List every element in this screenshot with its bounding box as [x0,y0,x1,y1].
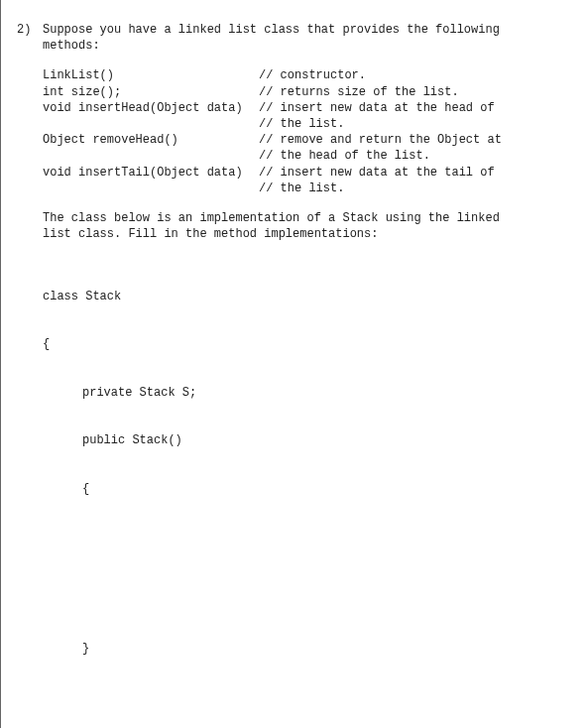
api-comment: // the head of the list. [259,148,558,164]
code-line: class Stack [43,289,558,304]
api-comment: // constructor. [259,67,558,83]
api-signature: int size(); [43,84,259,100]
code-line: private Stack S; [43,385,558,401]
api-signature: void insertHead(Object data) [43,100,259,116]
api-line: Object removeHead() // remove and return… [43,132,558,148]
prompt-line: methods: [43,38,558,54]
api-line: // the head of the list. [43,148,558,164]
api-signature [43,116,259,132]
question-body: Suppose you have a linked list class tha… [43,22,558,728]
api-comment: // the list. [259,181,558,196]
description: The class below is an implementation of … [43,210,558,242]
api-signature: LinkList() [43,67,259,83]
api-signature: void insertTail(Object data) [43,165,259,181]
api-line: // the list. [43,116,558,132]
question-number: 2) [17,22,43,38]
code-line: { [43,481,558,497]
page: 2) Suppose you have a linked list class … [0,0,588,728]
constructor-fill-area [43,529,558,608]
api-line: LinkList() // constructor. [43,67,558,83]
spacer [43,705,558,719]
prompt-line: Suppose you have a linked list class tha… [43,22,558,38]
api-signature [43,148,259,164]
question-content: 2) Suppose you have a linked list class … [1,0,588,728]
api-comment: // remove and return the Object at [259,132,558,148]
api-comment: // the list. [259,116,558,132]
api-comment: // returns size of the list. [259,84,558,100]
api-line: // the list. [43,181,558,196]
api-line: void insertHead(Object data) // insert n… [43,100,558,116]
code-line: public Stack() [43,432,558,448]
api-comment: // insert new data at the head of [259,100,558,116]
desc-line: list class. Fill in the method implement… [43,226,558,242]
code-skeleton: class Stack { private Stack S; public St… [43,256,558,728]
code-line: } [43,641,558,657]
api-list: LinkList() // constructor. int size(); /… [43,67,558,196]
api-line: void insertTail(Object data) // insert n… [43,165,558,181]
api-signature: Object removeHead() [43,132,259,148]
api-line: int size(); // returns size of the list. [43,84,558,100]
desc-line: The class below is an implementation of … [43,210,558,226]
question-row: 2) Suppose you have a linked list class … [17,22,558,728]
api-signature [43,181,259,196]
api-comment: // insert new data at the tail of [259,165,558,181]
code-line: { [43,336,558,352]
